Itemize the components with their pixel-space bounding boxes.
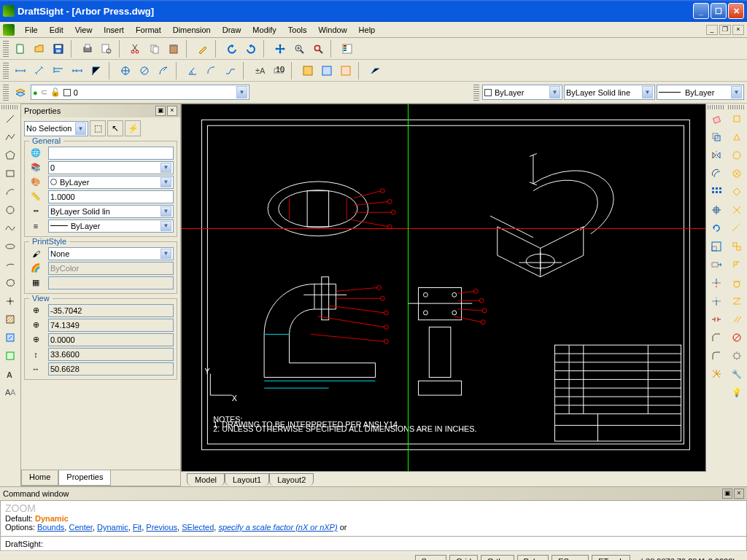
print-button[interactable]: [79, 40, 96, 58]
leader-button[interactable]: [366, 62, 384, 79]
tab-home[interactable]: Home: [21, 470, 58, 486]
toolbar-handle[interactable]: [3, 41, 9, 57]
command-history[interactable]: ZOOM Default: Dynamic Options: Bounds, C…: [0, 500, 747, 537]
dim-update-button[interactable]: [318, 62, 336, 79]
status-polar[interactable]: Polar: [517, 555, 549, 561]
tab-layout1[interactable]: Layout1: [225, 473, 269, 486]
dim-baseline-button[interactable]: [50, 62, 67, 79]
status-snap[interactable]: Snap: [415, 555, 447, 561]
mdi-restore-button[interactable]: ❐: [719, 25, 731, 35]
drawing-canvas[interactable]: Y X: [181, 104, 706, 472]
copy-obj-button[interactable]: [708, 128, 725, 146]
menu-insert[interactable]: Insert: [98, 24, 130, 36]
dim-ordinate-button[interactable]: [88, 62, 105, 79]
dim-diameter-button[interactable]: [136, 62, 153, 79]
snap-nearest-button[interactable]: [728, 292, 746, 310]
toolbar-handle[interactable]: [1, 105, 18, 109]
scale-field[interactable]: 1.0000: [48, 190, 174, 203]
dim-aligned-button[interactable]: [31, 62, 48, 79]
snap-none-button[interactable]: [728, 329, 746, 346]
dim-override-button[interactable]: [337, 62, 355, 79]
polygon-button[interactable]: [1, 147, 19, 164]
explode-button[interactable]: [708, 365, 725, 383]
status-grid[interactable]: Grid: [449, 555, 478, 561]
tolerance-button[interactable]: ±A: [251, 62, 268, 79]
rectangle-button[interactable]: [1, 165, 19, 182]
dim-center-button[interactable]: [117, 62, 134, 79]
arc-button[interactable]: [1, 183, 19, 201]
linetype-combo[interactable]: ByLayer Solid line ▼: [564, 85, 655, 100]
copy-button[interactable]: [146, 40, 163, 58]
block-insert-button[interactable]: [1, 329, 19, 346]
snap-endpoint-button[interactable]: [728, 110, 746, 128]
tab-model[interactable]: Model: [187, 473, 225, 486]
cmd-pin-button[interactable]: ▣: [722, 489, 732, 499]
region-button[interactable]: [1, 347, 19, 365]
toolbar-handle[interactable]: [3, 63, 9, 79]
snap-perpendicular-button[interactable]: [728, 256, 746, 273]
ellipse-button[interactable]: [1, 238, 19, 255]
maximize-button[interactable]: ☐: [711, 3, 727, 19]
menu-draw[interactable]: Draw: [217, 24, 247, 36]
point-button[interactable]: [1, 292, 19, 310]
menu-file[interactable]: File: [19, 24, 44, 36]
menu-dimension[interactable]: Dimension: [167, 24, 217, 36]
ellipse-arc-button[interactable]: [1, 256, 19, 273]
tab-layout2[interactable]: Layout2: [269, 473, 314, 486]
snap-quadrant-button[interactable]: [728, 183, 746, 201]
layer-field[interactable]: 0▼: [48, 161, 174, 174]
open-button[interactable]: [31, 40, 48, 58]
tab-properties[interactable]: Properties: [58, 470, 111, 486]
snap-node-button[interactable]: [728, 165, 746, 182]
cut-button[interactable]: [127, 40, 144, 58]
select-objects-button[interactable]: ↖: [107, 120, 123, 136]
extend-button[interactable]: [708, 292, 725, 310]
color-field[interactable]: ByLayer▼: [48, 176, 174, 189]
pan-button[interactable]: [271, 40, 289, 58]
mirror-button[interactable]: [708, 147, 725, 164]
move-button[interactable]: [708, 201, 725, 219]
snap-center-button[interactable]: [728, 147, 746, 164]
panel-close-button[interactable]: ×: [167, 106, 177, 116]
properties-header[interactable]: Properties ▣ ×: [21, 104, 180, 117]
mtext-button[interactable]: AA: [1, 384, 19, 401]
status-ortho[interactable]: Ortho: [481, 555, 514, 561]
toolbar-handle[interactable]: [3, 85, 9, 101]
menu-format[interactable]: Format: [130, 24, 167, 36]
offset-button[interactable]: [708, 165, 725, 182]
dim-angular-button[interactable]: [184, 62, 201, 79]
menu-tools[interactable]: Tools: [282, 24, 313, 36]
status-etrack[interactable]: ETrack: [592, 555, 630, 561]
menu-view[interactable]: View: [69, 24, 98, 36]
dim-arc-button[interactable]: [203, 62, 220, 79]
print-preview-button[interactable]: [98, 40, 115, 58]
dim-continue-button[interactable]: [69, 62, 86, 79]
array-button[interactable]: [708, 183, 725, 201]
close-button[interactable]: ✕: [728, 3, 744, 19]
paste-button[interactable]: [165, 40, 182, 58]
hatch-button[interactable]: [1, 311, 19, 328]
undo-button[interactable]: [223, 40, 241, 58]
mdi-minimize-button[interactable]: _: [706, 25, 718, 35]
dim-linear-button[interactable]: [12, 62, 29, 79]
snap-intersection-button[interactable]: [728, 201, 746, 219]
dim-jogged-button[interactable]: [222, 62, 239, 79]
toolbar-handle[interactable]: [473, 85, 479, 101]
fillet-button[interactable]: [708, 347, 725, 365]
printstyle-field[interactable]: None▼: [48, 247, 174, 260]
snap-parallel-button[interactable]: [728, 311, 746, 328]
status-esnap[interactable]: ESnap: [551, 555, 589, 561]
line-button[interactable]: [1, 110, 19, 128]
snap-midpoint-button[interactable]: [728, 128, 746, 146]
mdi-close-button[interactable]: ×: [732, 25, 744, 35]
zoom-extents-button[interactable]: [309, 40, 327, 58]
circle-button[interactable]: [1, 201, 19, 219]
zoom-window-button[interactable]: [290, 40, 308, 58]
polyline-button[interactable]: [1, 128, 19, 146]
quick-select-button[interactable]: ⬚: [90, 120, 106, 136]
new-button[interactable]: [12, 40, 29, 58]
snap-extension-button[interactable]: [728, 219, 746, 237]
selection-combo[interactable]: No Selection ▼: [24, 121, 88, 136]
scale-button[interactable]: [708, 238, 725, 255]
snap-tangent-button[interactable]: [728, 274, 746, 292]
